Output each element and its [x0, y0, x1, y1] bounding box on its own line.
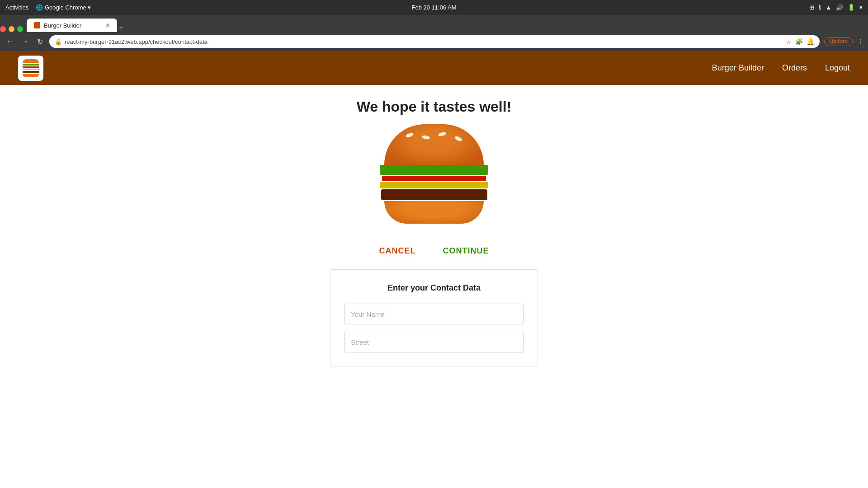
update-button[interactable]: Update [824, 37, 853, 46]
logo-bun-bottom [23, 74, 39, 77]
app-name-label: 🌐 Google Chrome ▾ [36, 4, 91, 11]
logo-yellow-layer [23, 69, 39, 70]
app-header: Burger Builder Orders Logout [0, 51, 868, 85]
patty-layer [381, 189, 487, 200]
browser-tab-bar: Burger Builder ✕ + [0, 15, 868, 32]
bun-bottom-layer [384, 201, 484, 224]
activities-label[interactable]: Activities [5, 4, 28, 11]
wifi-icon: ▲ [826, 4, 831, 11]
nav-logout[interactable]: Logout [825, 63, 850, 73]
window-controls [0, 26, 23, 32]
name-input[interactable] [344, 304, 524, 324]
os-left: Activities 🌐 Google Chrome ▾ [5, 4, 91, 11]
main-nav: Burger Builder Orders Logout [712, 63, 850, 73]
address-bar-row: ← → ↻ 🔒 react-my-burger-91ac2.web.app/ch… [0, 32, 868, 51]
chrome-icon: 🌐 [36, 4, 43, 11]
form-title: Enter your Contact Data [344, 283, 524, 293]
logo-brown-layer [23, 71, 39, 73]
minimize-window-btn[interactable] [9, 26, 14, 32]
tomato-layer [382, 176, 486, 181]
tab-title: Burger Builder [44, 22, 81, 29]
logo-burger-stack [23, 59, 39, 77]
sauce-layer [380, 182, 488, 188]
nav-burger-builder[interactable]: Burger Builder [712, 63, 764, 73]
menu-dots-icon[interactable]: ⋮ [857, 38, 863, 45]
logo-green-layer [23, 64, 39, 66]
cancel-button[interactable]: CANCEL [379, 246, 416, 256]
address-bar[interactable]: 🔒 react-my-burger-91ac2.web.app/checkout… [49, 35, 820, 48]
tab-close-btn[interactable]: ✕ [105, 22, 110, 28]
contact-form-container: Enter your Contact Data [330, 269, 538, 366]
logo-red-layer [23, 66, 39, 68]
os-datetime: Feb 20 11:06 AM [411, 4, 456, 11]
browser-right-icons: ⋮ [857, 38, 863, 45]
checkout-buttons: CANCEL CONTINUE [379, 246, 489, 256]
battery-icon: 🔋 [848, 4, 855, 11]
back-btn[interactable]: ← [5, 36, 15, 47]
tab-favicon [34, 22, 40, 28]
seed-1 [405, 132, 414, 138]
screen-icon: ⊞ [809, 4, 814, 11]
app-logo [18, 56, 43, 81]
seed-2 [421, 135, 430, 140]
main-content: We hope it tastes well! CANCEL CONTINUE … [0, 85, 868, 488]
logo-bun-top [23, 59, 39, 63]
volume-icon: 🔊 [836, 4, 843, 11]
sesame-seeds [384, 133, 484, 141]
continue-button[interactable]: CONTINUE [443, 246, 489, 256]
reload-btn[interactable]: ↻ [35, 36, 45, 48]
seed-3 [438, 131, 446, 137]
notification-bell-icon[interactable]: 🔔 [807, 38, 814, 45]
bun-top-layer [384, 124, 484, 165]
os-top-bar: Activities 🌐 Google Chrome ▾ Feb 20 11:0… [0, 0, 868, 15]
os-right: ⊞ ℹ ▲ 🔊 🔋 ▾ [809, 4, 863, 11]
street-input[interactable] [344, 332, 524, 352]
new-tab-btn[interactable]: + [119, 24, 123, 32]
forward-btn[interactable]: → [20, 36, 31, 47]
burger-illustration [377, 124, 491, 224]
nav-orders[interactable]: Orders [782, 63, 807, 73]
maximize-window-btn[interactable] [17, 26, 23, 32]
page-title: We hope it tastes well! [357, 99, 512, 115]
browser-tab[interactable]: Burger Builder ✕ [27, 19, 117, 32]
bookmark-icon[interactable]: ☆ [786, 38, 792, 45]
address-bar-icons: ☆ 🧩 🔔 [786, 38, 814, 45]
seed-4 [454, 136, 463, 142]
extensions-icon[interactable]: 🧩 [795, 38, 803, 45]
info-icon: ℹ [819, 4, 821, 11]
close-window-btn[interactable] [0, 26, 6, 32]
url-text: react-my-burger-91ac2.web.app/checkout/c… [65, 38, 208, 45]
lettuce-layer [380, 165, 488, 175]
os-menu-icon: ▾ [859, 4, 863, 11]
lock-icon: 🔒 [55, 38, 62, 45]
